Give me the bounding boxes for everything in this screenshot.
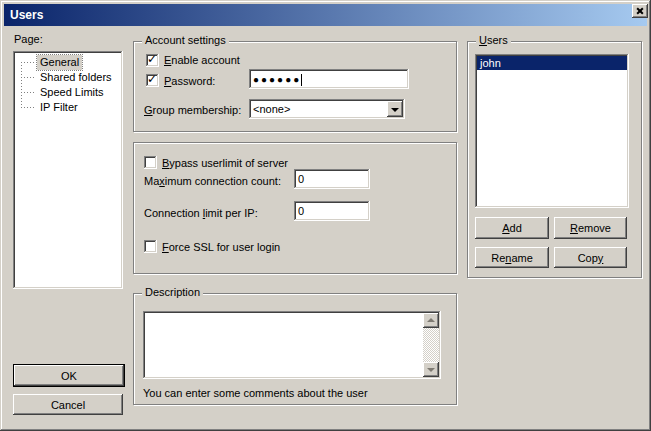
password-label: Password: [164,75,215,87]
page-item-general[interactable]: General [15,55,121,70]
user-list-item[interactable]: john [477,56,627,70]
copy-button[interactable]: Copy [554,247,627,268]
ok-button[interactable]: OK [13,364,125,387]
page-item-ip-filter[interactable]: IP Filter [15,100,121,115]
close-button[interactable] [632,4,648,18]
enable-account-label: Enable account [164,54,240,66]
rename-button[interactable]: Rename [475,247,549,268]
account-settings-title: Account settings [142,34,229,46]
max-connection-label: Maximum connection count: [144,175,281,187]
group-membership-value: <none> [253,99,290,119]
users-list[interactable]: john [475,54,629,208]
users-title: Users [476,34,511,46]
users-dialog: Users Page: General Shared folders Speed… [0,0,651,431]
text-caret [301,74,302,86]
scroll-down-button[interactable] [423,362,439,377]
connection-limits-group: Bypass userlimit of server Maximum conne… [133,142,457,274]
page-item-shared-folders[interactable]: Shared folders [15,70,121,85]
checkmark-icon: ✓ [147,52,157,66]
dropdown-button[interactable] [387,101,403,117]
chevron-down-icon [391,108,399,112]
bypass-userlimit-checkbox[interactable] [144,156,157,169]
window-title: Users [4,8,43,22]
description-group: Description You can enter some comments … [133,293,457,405]
connection-per-ip-label: Connection limit per IP: [144,207,258,219]
users-group: Users john Add Remove Rename Copy [467,41,642,278]
scroll-up-button[interactable] [423,313,439,328]
arrow-down-icon [427,368,435,372]
bypass-userlimit-label: Bypass userlimit of server [162,157,288,169]
enable-account-checkbox[interactable]: ✓ [146,54,159,67]
group-membership-select[interactable]: <none> [249,99,405,119]
remove-button[interactable]: Remove [554,217,627,239]
description-textarea[interactable] [143,311,441,379]
page-item-speed-limits[interactable]: Speed Limits [15,85,121,100]
force-ssl-checkbox[interactable] [144,240,157,253]
description-scrollbar[interactable] [423,313,439,377]
account-settings-group: Account settings ✓ Enable account ✓ Pass… [133,41,457,132]
description-hint: You can enter some comments about the us… [143,387,368,399]
connection-per-ip-input[interactable]: 0 [294,201,370,221]
page-list[interactable]: General Shared folders Speed Limits IP F… [13,51,123,289]
force-ssl-label: Force SSL for user login [162,241,280,253]
description-title: Description [142,286,203,298]
cancel-button[interactable]: Cancel [13,394,123,415]
page-label: Page: [14,33,43,45]
checkmark-icon: ✓ [147,72,157,86]
arrow-up-icon [427,318,435,322]
password-checkbox[interactable]: ✓ [146,74,159,87]
title-bar[interactable]: Users [4,4,647,26]
max-connection-input[interactable]: 0 [294,169,370,189]
password-masked-value: ●●●●●● [253,74,301,85]
group-membership-label: Group membership: [144,104,241,116]
password-input[interactable]: ●●●●●● [249,69,409,89]
close-icon [636,7,644,15]
add-button[interactable]: Add [475,217,549,239]
